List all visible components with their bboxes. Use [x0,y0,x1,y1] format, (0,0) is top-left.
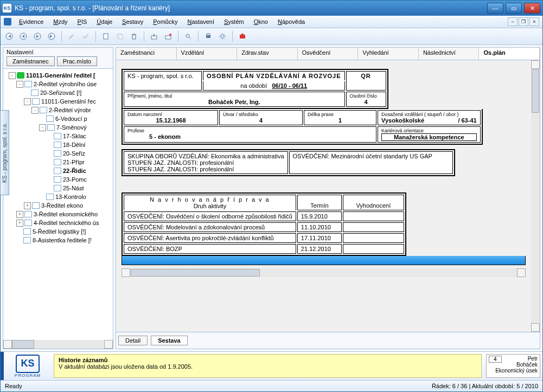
tree-node[interactable]: -7-Směnový [4,123,112,132]
tree-node[interactable]: 6-Vedoucí p [4,114,112,123]
tree-node[interactable]: +3-Ředitel ekono [4,201,112,210]
tree-node[interactable]: 21-Přípr [4,158,112,166]
detail-tab[interactable]: Detail [118,336,148,345]
menu-nastaveni[interactable]: Nastavení [183,17,219,26]
sestava-tab[interactable]: Sestava [151,336,188,345]
expand-toggle[interactable]: + [16,220,23,227]
table-row[interactable]: OSVĚDČENÍ: Asertivita pro pokročilé-zvlá… [124,233,404,243]
table-selection-bar [122,256,526,265]
tree-node[interactable]: 25-Nást [4,184,112,192]
menu-udaje[interactable]: Údaje [92,17,117,26]
tree-node[interactable]: 22-Řidic [4,166,112,175]
export-icon[interactable] [162,30,175,43]
search-icon[interactable] [182,30,195,43]
vyhod-cell [343,222,404,232]
org-node-icon [54,168,61,174]
expand-toggle[interactable]: + [24,202,31,209]
settings-icon[interactable] [216,30,229,43]
document-viewport[interactable]: KS - program, spol. s r.o. OSOBNÍ PLÁN V… [116,60,531,332]
menu-okno[interactable]: Okno [250,17,272,26]
menu-evidence[interactable]: Evidence [15,17,48,26]
table-row[interactable]: OSVĚDČENÍ: Osvědčení o školení odborné z… [124,211,404,221]
table-row[interactable]: OSVĚDČENÍ: Modelování a zdokonalování pr… [124,222,404,232]
tree-node[interactable]: +4-Ředitel technického ús [4,219,112,227]
menu-mzdy[interactable]: Mzdy [49,17,72,26]
svg-rect-4 [104,34,108,39]
skupina-text: SKUPINA OBORŮ VZDĚLÁNÍ: Ekonomika a admi… [127,153,284,159]
tab-osvden[interactable]: Osvědčení [298,48,359,60]
tree-node[interactable]: 18-Dělní [4,140,112,149]
tab-vyhledn[interactable]: Vyhledání [358,48,419,60]
menu-sestavy[interactable]: Sestavy [118,17,148,26]
tab-zamstnanci[interactable]: Zaměstnanci [116,48,177,60]
mdi-minimize[interactable]: – [508,17,518,26]
tree-node[interactable]: +3-Ředitel ekonomického [4,210,112,219]
tree-label: 13-Kontrolo [55,194,86,200]
org-node-icon [23,228,31,235]
menu-system[interactable]: Systém [220,17,248,26]
pracmisto-button[interactable]: Prac.místo [57,56,98,66]
mdi-icon[interactable] [4,18,11,25]
tree-label: 3-Ředitel ekonomického [34,211,98,217]
docked-panel-tab[interactable]: KS - program, spol. s r.o. [0,110,9,195]
tree-node[interactable]: -11011-Generální ředitel [ [4,71,112,80]
nav-next-icon[interactable] [31,30,44,43]
import-icon[interactable] [148,30,161,43]
tab-vzdln[interactable]: Vzdělání [177,48,238,60]
org-node-icon [32,202,40,209]
print-icon[interactable] [202,30,215,43]
expand-toggle[interactable]: - [9,72,16,79]
praxe-header: Délka praxe [308,112,373,117]
tree-node[interactable]: 8-Asistentka ředitele [! [4,236,112,245]
menu-napoveda[interactable]: Nápověda [273,17,309,26]
menu-pomucky[interactable]: Pomůcky [149,17,182,26]
activity-cell: OSVĚDČENÍ: BOZP [124,244,296,254]
tree-node[interactable]: -11011-Generální řec [4,97,112,106]
maximize-button[interactable]: ▭ [506,3,522,14]
nav-first-icon[interactable] [3,30,16,43]
new-icon[interactable] [99,30,112,43]
vyhod-cell [343,211,404,221]
tree-node[interactable]: 13-Kontrolo [4,192,112,201]
tree-hscrollbar[interactable] [3,340,113,349]
tree-node[interactable]: -2-Ředitel výrobního úse [4,80,112,88]
minimize-button[interactable]: — [487,3,503,14]
org-node-icon [54,185,61,191]
zamestnanec-button[interactable]: Zaměstnanec [7,56,55,66]
expand-toggle[interactable]: - [24,98,31,105]
tree-label: 22-Řidic [63,168,86,174]
jaz2-text: STUPEŇ JAZ. ZNALOSTI: profesionální [127,166,284,172]
expand-toggle[interactable]: - [16,81,23,88]
delete-icon[interactable] [127,30,140,43]
tab-nslednictv[interactable]: Následnictví [419,48,480,60]
tab-ospln[interactable]: Os.plán [479,48,540,60]
menu-pis[interactable]: PIS [73,17,92,26]
mdi-restore[interactable]: ❐ [519,17,528,26]
view-tabs: Detail Sestava [116,332,540,349]
tree-node[interactable]: 23-Pomc [4,175,112,184]
expand-toggle[interactable]: - [31,107,39,114]
doc-vscrollbar[interactable] [531,60,540,332]
nav-prev-icon[interactable] [17,30,30,43]
tree-node[interactable]: -2-Ředitel výrobr [4,106,112,114]
doc-hscrollbar[interactable] [122,268,526,277]
vyhod-cell [343,233,404,243]
tree-node[interactable]: 20-Seřiz [4,149,112,158]
tab-zdravstav[interactable]: Zdrav.stav [237,48,298,60]
org-node-icon [24,211,32,217]
mdi-close[interactable]: × [529,17,539,26]
termin-cell: 21.12.2010 [297,244,342,254]
tree-node[interactable]: 17-Sklac [4,132,112,140]
app-action-icon[interactable] [236,30,249,43]
tree-scroll[interactable]: -11011-Generální ředitel [-2-Ředitel výr… [3,68,113,340]
nav-last-icon[interactable] [45,30,58,43]
vzdel-value: Vysokoškolské [381,117,424,124]
expand-toggle[interactable]: - [39,124,46,131]
table-row[interactable]: OSVĚDČENÍ: BOZP21.12.2010 [124,244,404,254]
footer: KS PROGRAM Historie záznamů V aktuální d… [1,351,542,380]
tree-node[interactable]: 20-Seřizovač [!] [4,88,112,97]
expand-toggle[interactable]: + [16,211,23,218]
close-button[interactable]: ✕ [524,3,540,14]
tree-label: 2-Ředitel výrobního úse [34,81,97,87]
tree-node[interactable]: 5-Ředitel logistiky [!] [4,227,112,236]
